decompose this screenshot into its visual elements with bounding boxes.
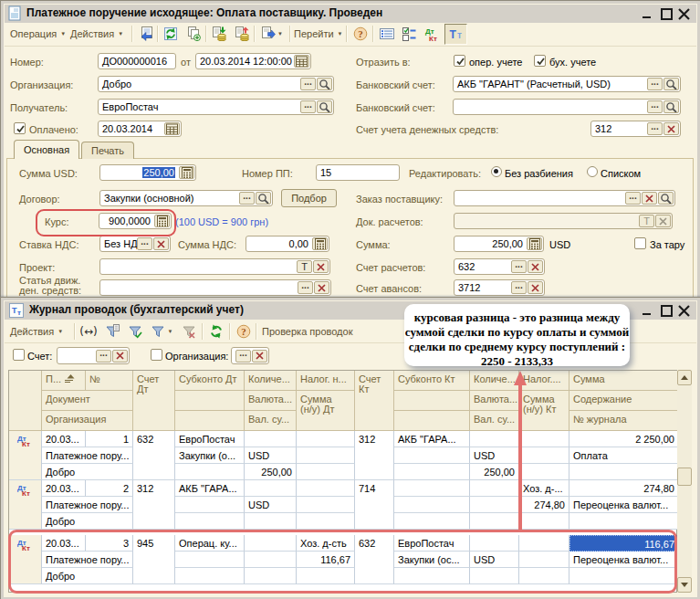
clear-icon[interactable] <box>252 350 267 363</box>
scroll-up-button[interactable] <box>677 370 692 385</box>
cell-content[interactable]: Переоценка валют... <box>569 497 678 513</box>
clear-icon[interactable] <box>314 281 329 294</box>
cell-credit-subconto[interactable] <box>394 447 470 464</box>
tare-checkbox[interactable] <box>634 237 646 249</box>
cell-debit-currency[interactable]: USD <box>245 447 297 464</box>
cell-debit-currency[interactable]: USD <box>245 497 297 513</box>
menu-operation[interactable]: Операция▼ <box>10 25 66 43</box>
cell-credit-account[interactable]: 714 <box>355 480 394 530</box>
cell-debit-qty[interactable] <box>245 431 297 447</box>
create-based-on-icon[interactable]: ▼ <box>256 24 287 44</box>
radio-no-split[interactable] <box>491 166 502 177</box>
pick-button[interactable]: Подбор <box>281 189 337 207</box>
menu-goto[interactable]: Перейти▼ <box>294 25 343 43</box>
cell-debit-subconto[interactable]: Закупки (о... <box>175 447 245 464</box>
cell-empty[interactable] <box>297 464 355 480</box>
cell-empty[interactable] <box>394 513 470 530</box>
help-icon[interactable]: ? <box>233 321 255 342</box>
choose-icon[interactable]: ... <box>137 237 152 250</box>
choose-icon[interactable]: ... <box>647 122 663 135</box>
scroll-down-button[interactable] <box>677 577 692 593</box>
filter-org-field[interactable]: ... <box>231 347 269 364</box>
dtkt-icon[interactable]: ДтКт <box>421 24 443 44</box>
cell-document[interactable]: Платежное пору... <box>42 447 133 464</box>
bank-account2-field[interactable]: ... <box>453 99 681 115</box>
scroll-thumb[interactable] <box>677 468 692 486</box>
cash-account-field[interactable]: 312... <box>590 121 681 137</box>
settle-account-field[interactable]: 632... <box>454 258 545 275</box>
choose-icon[interactable]: ... <box>300 78 316 90</box>
paid-date-field[interactable]: 20.03.2014 <box>98 121 182 137</box>
maximize-button[interactable] <box>659 304 674 317</box>
choose-icon[interactable]: ... <box>298 281 313 294</box>
save-icon[interactable] <box>134 24 156 44</box>
cell-debit-qty[interactable] <box>245 480 297 497</box>
menu-actions[interactable]: Действия▼ <box>70 25 123 43</box>
sum-usd-field[interactable]: 250,00 <box>99 164 196 181</box>
tab-print[interactable]: Печать <box>81 142 134 159</box>
cell-num[interactable]: 2 <box>86 480 133 497</box>
pp-number-field[interactable]: 15 <box>316 164 400 181</box>
clear-icon[interactable] <box>663 122 679 135</box>
help-icon[interactable]: ? <box>350 24 371 44</box>
choose-icon[interactable]: ... <box>96 350 111 363</box>
choose-icon[interactable]: ... <box>300 100 316 113</box>
choose-icon[interactable]: ... <box>647 78 663 90</box>
row-dtkt-icon[interactable]: ДтКт <box>9 431 42 480</box>
close-button[interactable] <box>676 304 691 317</box>
clear-icon[interactable] <box>528 260 543 273</box>
list-icon[interactable] <box>376 24 398 44</box>
cell-debit-cur-sum[interactable]: 250,00 <box>245 464 297 480</box>
maximize-button[interactable] <box>659 7 674 20</box>
cell-debit-subconto[interactable]: АКБ "ГАРА... <box>175 480 245 497</box>
vat-sum-field[interactable]: 0,00 <box>246 236 329 252</box>
filter-off-icon[interactable] <box>178 321 200 342</box>
choose-icon[interactable]: ... <box>511 260 527 273</box>
calc-icon[interactable] <box>312 237 328 250</box>
cell-empty[interactable] <box>175 464 245 480</box>
cell-period[interactable]: 20.03... <box>42 431 86 447</box>
filter-history-icon[interactable]: ▼ <box>147 321 176 342</box>
oper-uchet-checkbox[interactable] <box>454 55 465 67</box>
cell-debit-tax-sum[interactable] <box>297 497 355 513</box>
cell-debit-tax-sum[interactable] <box>297 447 355 464</box>
menu-actions[interactable]: Действия▼ <box>10 322 63 341</box>
bank-account1-field[interactable]: АКБ "ГАРАНТ" (Расчетный, USD)... <box>453 76 681 92</box>
choose-icon[interactable]: ... <box>511 281 527 294</box>
open-icon[interactable] <box>663 100 679 113</box>
calendar-icon[interactable] <box>294 55 309 68</box>
cell-journal-num[interactable] <box>569 464 678 480</box>
cell-period[interactable]: 20.03... <box>42 480 86 497</box>
cell-amount[interactable]: 2 250,00 <box>569 431 678 447</box>
radio-list[interactable] <box>587 166 598 177</box>
cell-debit-cur-sum[interactable] <box>245 513 297 530</box>
cell-credit-subconto[interactable]: АКБ "ГАРА... <box>394 431 470 447</box>
calc-icon[interactable] <box>527 237 542 250</box>
project-field[interactable]: T <box>99 258 330 275</box>
reload-icon[interactable] <box>160 24 182 44</box>
calc-icon[interactable] <box>179 166 194 179</box>
number-field[interactable]: ДО000000016 <box>98 53 176 69</box>
cell-debit-subconto[interactable]: ЕвроПостач <box>175 431 245 447</box>
buh-uchet-checkbox[interactable] <box>534 55 546 67</box>
organization-field[interactable]: Добро... <box>98 76 334 92</box>
choose-icon[interactable]: ... <box>235 350 251 363</box>
filter-account-field[interactable]: ... <box>57 347 130 364</box>
settle-doc-field[interactable]: T <box>454 213 673 229</box>
clear-icon[interactable] <box>642 192 657 205</box>
clear-icon[interactable] <box>153 237 169 250</box>
filter-account-checkbox[interactable] <box>13 349 25 361</box>
cell-credit-subconto[interactable] <box>394 497 470 513</box>
supplier-order-field[interactable]: ... <box>454 190 675 206</box>
cell-content[interactable]: Оплата <box>569 447 678 464</box>
open-icon[interactable] <box>317 78 332 90</box>
paid-checkbox[interactable] <box>14 122 26 134</box>
cell-journal-num[interactable] <box>569 513 678 530</box>
clear-icon[interactable] <box>528 281 543 294</box>
date-range-icon[interactable]: (↔) <box>78 321 99 342</box>
contract-field[interactable]: Закупки (основной)... <box>99 190 273 206</box>
cell-credit-account[interactable]: 312 <box>355 431 394 480</box>
clear-icon[interactable] <box>112 350 128 363</box>
advance-account-field[interactable]: 3712... <box>454 279 545 296</box>
filter-value-icon[interactable] <box>124 321 146 342</box>
